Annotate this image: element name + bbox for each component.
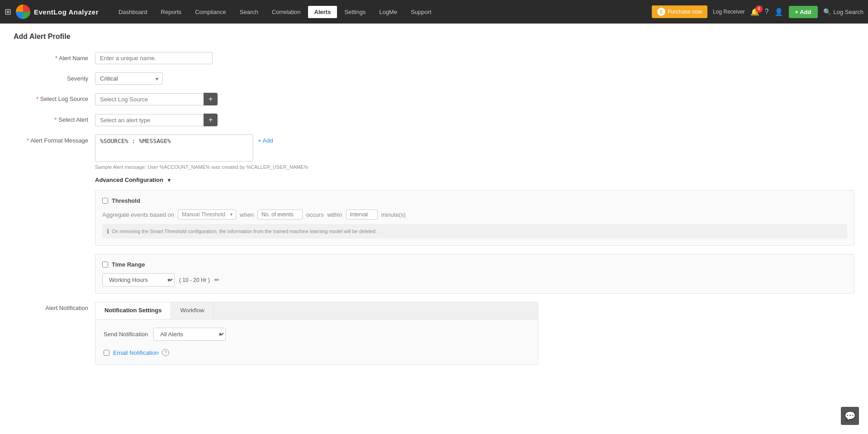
when-label: when [240,211,254,218]
log-receiver-label[interactable]: Log Receiver [713,9,745,15]
page-title: Add Alert Profile [14,33,854,41]
chevron-down-icon: ▼ [167,177,172,183]
tab-notification-settings[interactable]: Notification Settings [95,302,171,319]
nav-settings[interactable]: Settings [338,6,372,18]
alert-name-label: * Alert Name [14,52,95,62]
advanced-config: Advanced Configuration ▼ [95,176,854,183]
no-of-events-input[interactable] [257,210,303,219]
select-alert-row: + [95,114,218,126]
add-link[interactable]: + Add [258,134,273,144]
time-range-checkbox[interactable] [102,262,108,267]
log-source-input[interactable] [95,93,204,105]
interval-input[interactable] [346,210,378,219]
threshold-type-select[interactable]: Manual Threshold Smart Threshold [178,210,236,219]
purchase-icon: $ [657,8,665,16]
nav-logme[interactable]: LogMe [373,6,403,18]
search-log-area[interactable]: 🔍 Log Search [823,8,864,15]
log-source-row: + [95,93,218,105]
nav-support[interactable]: Support [404,6,438,18]
threshold-header: Threshold [102,197,847,204]
alert-format-textarea[interactable]: %SOURCE% : %MESSAGE% [95,134,253,162]
time-range-title: Time Range [112,261,145,268]
threshold-title: Threshold [112,197,140,204]
nav-dashboard[interactable]: Dashboard [112,6,154,18]
chat-fab[interactable]: 💬 [841,407,859,425]
email-help-icon[interactable]: ? [162,349,169,356]
time-range-section: Time Range Working Hours Non-Working Hou… [95,254,854,294]
content: Add Alert Profile * Alert Name Severity … [0,24,868,434]
threshold-info-row: ℹ On removing the Smart Threshold config… [102,224,847,238]
severity-select[interactable]: Critical High Medium Low [95,72,163,85]
nav-search[interactable]: Search [233,6,265,18]
aggregate-label: Aggregate events based on [102,211,174,218]
user-icon[interactable]: 👤 [774,8,783,16]
nav-reports[interactable]: Reports [155,6,188,18]
email-notification-row: Email Notification ? [104,349,530,356]
threshold-section: Threshold Aggregate events based on Manu… [95,190,854,246]
topbar: ⊞ EventLog Analyzer Dashboard Reports Co… [0,0,868,24]
log-source-label: * Select Log Source [14,93,95,102]
email-notification-checkbox[interactable] [104,350,109,356]
alert-notification-label: Alert Notification [14,302,95,311]
working-hours-wrapper: Working Hours Non-Working Hours All Hour… [102,273,175,286]
search-icon: 🔍 [823,8,831,15]
select-alert-label: * Select Alert [14,114,95,123]
sample-message: Sample Alert message: User %ACCOUNT_NAME… [95,164,854,170]
brand-name: EventLog Analyzer [34,8,99,16]
send-notification-label: Send Notification [104,331,148,338]
main-nav: Dashboard Reports Compliance Search Corr… [112,6,652,18]
alert-name-input[interactable] [95,52,213,64]
purchase-button[interactable]: $ Purchase now [652,5,707,18]
threshold-row: Aggregate events based on Manual Thresho… [102,210,847,219]
alert-notification-group: Alert Notification Notification Settings… [14,302,854,365]
time-display: ( 10 - 20 Hr ) [179,277,210,283]
add-button[interactable]: + Add [789,6,818,18]
notification-panel: Notification Settings Workflow Send Noti… [95,302,538,365]
edit-icon[interactable]: ✏ [214,277,219,283]
help-icon[interactable]: ? [765,8,769,16]
nav-correlation[interactable]: Correlation [266,6,307,18]
alert-name-group: * Alert Name [14,52,854,64]
within-label: within [327,211,342,218]
alert-format-label: * Alert Format Message [14,134,95,144]
nav-alerts[interactable]: Alerts [308,6,337,18]
advanced-config-label[interactable]: Advanced Configuration ▼ [95,176,171,183]
notification-content: Send Notification All Alerts Critical On… [95,320,538,364]
notification-icon[interactable]: 🔔 4 [750,8,759,16]
grid-icon[interactable]: ⊞ [5,7,11,17]
nav-compliance[interactable]: Compliance [189,6,232,18]
select-alert-group: * Select Alert + [14,114,854,126]
time-range-header: Time Range [102,261,847,268]
topbar-right: $ Purchase now Log Receiver 🔔 4 ? 👤 + Ad… [652,5,863,18]
info-icon: ℹ [107,228,109,235]
alert-format-group: * Alert Format Message %SOURCE% : %MESSA… [14,134,854,162]
select-alert-add-button[interactable]: + [204,114,218,126]
brand-logo [16,5,30,19]
threshold-select-wrapper: Manual Threshold Smart Threshold [178,210,236,219]
notif-badge: 4 [755,5,763,13]
send-notification-select[interactable]: All Alerts Critical Only High Only [153,328,226,341]
email-notification-label: Email Notification [113,349,158,356]
minutes-label: minute(s) [381,211,406,218]
send-notification-row: Send Notification All Alerts Critical On… [104,328,530,341]
threshold-info-msg: On removing the Smart Threshold configur… [112,229,377,234]
time-range-row: Working Hours Non-Working Hours All Hour… [102,273,847,286]
brand: EventLog Analyzer [16,5,99,19]
severity-label: Severity [14,72,95,82]
severity-select-wrapper: Critical High Medium Low [95,72,163,85]
notification-tabs: Notification Settings Workflow [95,302,538,320]
threshold-checkbox[interactable] [102,198,108,204]
log-source-group: * Select Log Source + [14,93,854,105]
severity-group: Severity Critical High Medium Low [14,72,854,85]
log-source-add-button[interactable]: + [204,93,218,105]
occurs-label: occurs [306,211,323,218]
chat-icon: 💬 [844,410,856,421]
working-hours-select[interactable]: Working Hours Non-Working Hours All Hour… [102,273,175,286]
select-alert-input[interactable] [95,114,204,126]
send-notif-select-wrapper: All Alerts Critical Only High Only [153,328,226,341]
tab-workflow[interactable]: Workflow [171,302,213,319]
